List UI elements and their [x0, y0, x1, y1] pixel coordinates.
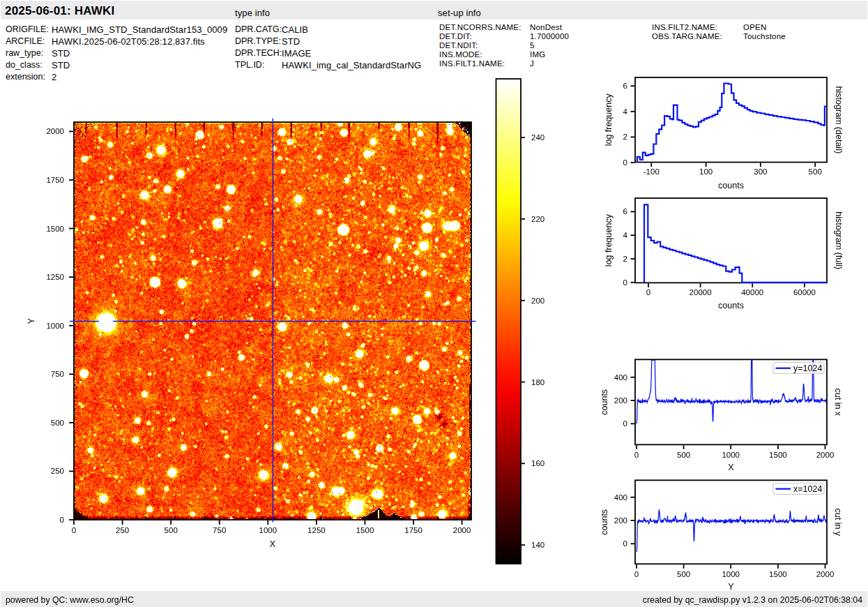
svg-text:500: 500 [51, 419, 64, 427]
svg-text:histogram (full): histogram (full) [834, 211, 844, 269]
svg-text:1000: 1000 [46, 322, 64, 330]
svg-text:160: 160 [531, 459, 545, 467]
svg-text:Y: Y [26, 317, 36, 324]
svg-text:0: 0 [623, 539, 627, 548]
svg-text:4: 4 [623, 231, 628, 239]
svg-text:500: 500 [677, 451, 690, 459]
svg-text:0: 0 [646, 288, 650, 297]
svg-text:2: 2 [623, 133, 627, 141]
svg-text:200: 200 [614, 396, 627, 405]
svg-text:counts: counts [718, 301, 744, 310]
svg-text:250: 250 [51, 467, 64, 475]
svg-text:cut in x: cut in x [833, 388, 843, 416]
svg-text:cut in y: cut in y [833, 508, 843, 536]
svg-text:2000: 2000 [816, 570, 835, 578]
svg-text:1500: 1500 [356, 526, 374, 534]
svg-text:log frequency: log frequency [604, 213, 614, 267]
svg-text:2000: 2000 [816, 451, 835, 459]
svg-text:100: 100 [699, 167, 713, 176]
svg-text:300: 300 [754, 167, 767, 176]
svg-text:counts: counts [600, 389, 609, 415]
svg-text:1250: 1250 [46, 273, 64, 281]
svg-text:240: 240 [531, 133, 545, 142]
svg-text:x=1024: x=1024 [793, 484, 822, 494]
svg-text:0: 0 [623, 419, 627, 428]
svg-text:0: 0 [634, 451, 639, 459]
svg-text:40000: 40000 [741, 288, 763, 297]
svg-text:2000: 2000 [46, 127, 64, 135]
svg-text:1750: 1750 [46, 176, 64, 184]
svg-text:X: X [270, 539, 276, 549]
svg-text:6: 6 [623, 207, 627, 216]
svg-text:0: 0 [623, 158, 627, 167]
svg-text:2000: 2000 [453, 526, 471, 534]
svg-text:200: 200 [614, 516, 627, 525]
svg-text:750: 750 [213, 526, 226, 534]
svg-text:counts: counts [600, 509, 609, 535]
svg-text:y=1024: y=1024 [793, 364, 822, 373]
svg-text:20000: 20000 [690, 288, 712, 297]
svg-text:250: 250 [116, 526, 129, 534]
svg-text:1250: 1250 [307, 526, 326, 534]
svg-text:1750: 1750 [404, 526, 422, 534]
svg-text:0: 0 [72, 526, 76, 534]
svg-text:0: 0 [60, 516, 64, 524]
svg-text:4: 4 [623, 107, 628, 116]
svg-text:500: 500 [165, 526, 178, 534]
svg-text:1000: 1000 [259, 526, 277, 534]
svg-text:-100: -100 [644, 167, 660, 176]
svg-text:histogram (detail): histogram (detail) [834, 87, 844, 154]
svg-text:0: 0 [634, 570, 639, 578]
svg-text:500: 500 [809, 167, 822, 176]
svg-text:1000: 1000 [722, 570, 740, 578]
svg-text:140: 140 [531, 541, 545, 549]
svg-text:60000: 60000 [793, 288, 816, 297]
svg-text:1500: 1500 [769, 570, 787, 578]
svg-text:X: X [728, 463, 734, 472]
svg-text:180: 180 [531, 378, 545, 387]
svg-text:log frequency: log frequency [604, 93, 614, 147]
svg-text:500: 500 [677, 570, 690, 578]
svg-text:750: 750 [51, 370, 64, 378]
svg-text:400: 400 [614, 493, 627, 502]
svg-text:6: 6 [623, 82, 627, 90]
svg-text:0: 0 [623, 278, 627, 287]
svg-text:200: 200 [531, 297, 545, 305]
svg-text:220: 220 [531, 215, 545, 223]
svg-text:1500: 1500 [769, 451, 787, 459]
svg-text:400: 400 [614, 373, 627, 382]
svg-text:counts: counts [718, 181, 744, 190]
svg-text:2: 2 [623, 255, 627, 263]
svg-text:1000: 1000 [722, 451, 740, 459]
svg-text:1500: 1500 [46, 225, 64, 233]
